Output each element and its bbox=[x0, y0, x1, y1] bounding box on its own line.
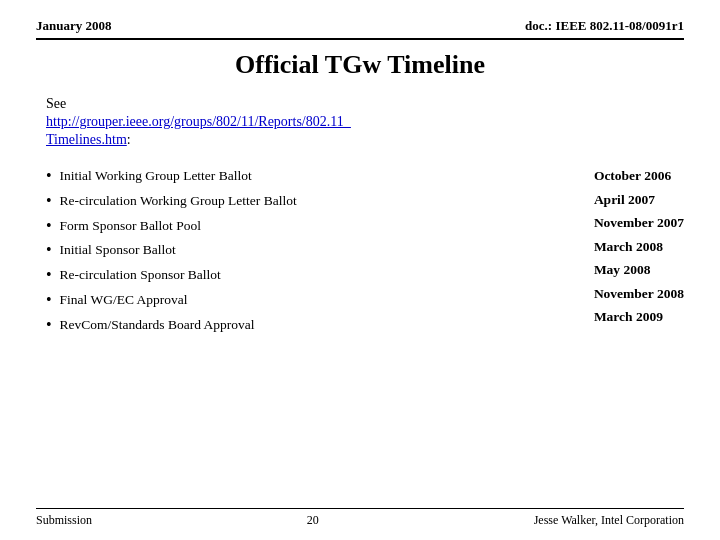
footer-submission: Submission bbox=[36, 513, 92, 528]
bullet-item: •Final WG/EC Approval bbox=[46, 290, 574, 311]
bullet-section: •Initial Working Group Letter Ballot•Re-… bbox=[46, 166, 684, 340]
footer-author: Jesse Walker, Intel Corporation bbox=[534, 513, 684, 528]
date-item: November 2008 bbox=[594, 284, 684, 304]
bullet-dot-icon: • bbox=[46, 216, 52, 237]
footer-page-number: 20 bbox=[307, 513, 319, 528]
date-item: November 2007 bbox=[594, 213, 684, 233]
see-section: See http://grouper.ieee.org/groups/802/1… bbox=[46, 94, 684, 148]
bullet-text: Re-circulation Working Group Letter Ball… bbox=[60, 191, 297, 211]
date-item: March 2008 bbox=[594, 237, 684, 257]
date-item: March 2009 bbox=[594, 307, 684, 327]
bullet-item: •Initial Sponsor Ballot bbox=[46, 240, 574, 261]
header: January 2008 doc.: IEEE 802.11-08/0091r1 bbox=[36, 18, 684, 40]
bullet-item: •Form Sponsor Ballot Pool bbox=[46, 216, 574, 237]
link-container: http://grouper.ieee.org/groups/802/11/Re… bbox=[46, 112, 684, 148]
bullet-dot-icon: • bbox=[46, 240, 52, 261]
bullet-item: •Re-circulation Sponsor Ballot bbox=[46, 265, 574, 286]
bullet-dot-icon: • bbox=[46, 265, 52, 286]
see-label: See bbox=[46, 96, 66, 111]
bullet-text: RevCom/Standards Board Approval bbox=[60, 315, 255, 335]
link-part1[interactable]: http://grouper.ieee.org/groups/802/11/Re… bbox=[46, 114, 351, 129]
bullet-dot-icon: • bbox=[46, 166, 52, 187]
bullet-item: •Re-circulation Working Group Letter Bal… bbox=[46, 191, 574, 212]
date-item: April 2007 bbox=[594, 190, 684, 210]
bullet-text: Final WG/EC Approval bbox=[60, 290, 188, 310]
bullet-text: Initial Working Group Letter Ballot bbox=[60, 166, 252, 186]
link-part2[interactable]: Timelines.htm bbox=[46, 132, 127, 147]
bullet-item: •Initial Working Group Letter Ballot bbox=[46, 166, 574, 187]
bullet-items-list: •Initial Working Group Letter Ballot•Re-… bbox=[46, 166, 574, 340]
footer: Submission 20 Jesse Walker, Intel Corpor… bbox=[36, 508, 684, 528]
bullet-dot-icon: • bbox=[46, 191, 52, 212]
colon: : bbox=[127, 132, 131, 147]
bullet-dot-icon: • bbox=[46, 290, 52, 311]
date-item: May 2008 bbox=[594, 260, 684, 280]
bullet-dot-icon: • bbox=[46, 315, 52, 336]
header-date: January 2008 bbox=[36, 18, 111, 34]
bullet-text: Initial Sponsor Ballot bbox=[60, 240, 176, 260]
page: January 2008 doc.: IEEE 802.11-08/0091r1… bbox=[0, 0, 720, 540]
bullet-text: Re-circulation Sponsor Ballot bbox=[60, 265, 221, 285]
page-title: Official TGw Timeline bbox=[36, 50, 684, 80]
bullet-item: •RevCom/Standards Board Approval bbox=[46, 315, 574, 336]
date-item: October 2006 bbox=[594, 166, 684, 186]
header-doc: doc.: IEEE 802.11-08/0091r1 bbox=[525, 18, 684, 34]
bullet-text: Form Sponsor Ballot Pool bbox=[60, 216, 201, 236]
bullet-dates-list: October 2006April 2007November 2007March… bbox=[574, 166, 684, 340]
